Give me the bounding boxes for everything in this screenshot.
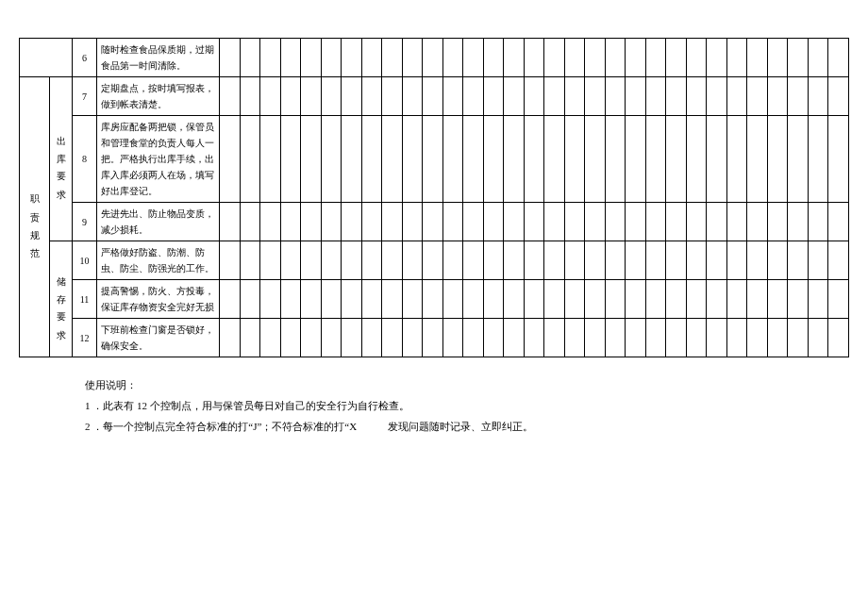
category-level2-outbound: 出 库 要 求	[50, 77, 73, 241]
row-num: 8	[73, 116, 97, 203]
row-num: 12	[73, 319, 97, 357]
table-row: 9 先进先出、防止物品变质，减少损耗。	[20, 203, 849, 241]
row-desc: 定期盘点，按时填写报表，做到帐表清楚。	[97, 77, 220, 116]
table-row: 职 责 规 范 出 库 要 求 7 定期盘点，按时填写报表，做到帐表清楚。	[20, 77, 849, 116]
row-num: 6	[73, 39, 97, 77]
notes-line1: 1 ．此表有 12 个控制点，用与保管员每日对自己的安全行为自行检查。	[85, 395, 849, 416]
row-num: 10	[73, 241, 97, 280]
table-row: 6 随时检查食品保质期，过期食品第一时间清除。	[20, 39, 849, 77]
table-row: 11 提高警惕，防火、方投毒，保证库存物资安全完好无损	[20, 280, 849, 319]
notes-line2: 2 ．每一个控制点完全符合标准的打“J”；不符合标准的打“X 发现问题随时记录、…	[85, 416, 849, 437]
row-desc: 严格做好防盗、防潮、防虫、防尘、防强光的工作。	[97, 241, 220, 280]
table-row: 12 下班前检查门窗是否锁好，确保安全。	[20, 319, 849, 357]
row-desc: 随时检查食品保质期，过期食品第一时间清除。	[97, 39, 220, 77]
row-desc: 先进先出、防止物品变质，减少损耗。	[97, 203, 220, 241]
category-level1: 职 责 规 范	[20, 77, 50, 357]
notes-title: 使用说明：	[85, 374, 849, 395]
table-row: 8 库房应配备两把锁，保管员和管理食堂的负责人每人一把。严格执行出库手续，出库入…	[20, 116, 849, 203]
row-desc: 提高警惕，防火、方投毒，保证库存物资安全完好无损	[97, 280, 220, 319]
usage-notes: 使用说明： 1 ．此表有 12 个控制点，用与保管员每日对自己的安全行为自行检查…	[85, 374, 849, 437]
row-desc: 库房应配备两把锁，保管员和管理食堂的负责人每人一把。严格执行出库手续，出库入库必…	[97, 116, 220, 203]
row-num: 7	[73, 77, 97, 116]
row-desc: 下班前检查门窗是否锁好，确保安全。	[97, 319, 220, 357]
checklist-table: 6 随时检查食品保质期，过期食品第一时间清除。 职 责 规 范 出 库 要 求 …	[19, 38, 849, 357]
category-level2-storage: 储 存 要 求	[50, 241, 73, 357]
row-num: 11	[73, 280, 97, 319]
table-row: 储 存 要 求 10 严格做好防盗、防潮、防虫、防尘、防强光的工作。	[20, 241, 849, 280]
row-num: 9	[73, 203, 97, 241]
cat1-empty-cell	[20, 39, 73, 77]
